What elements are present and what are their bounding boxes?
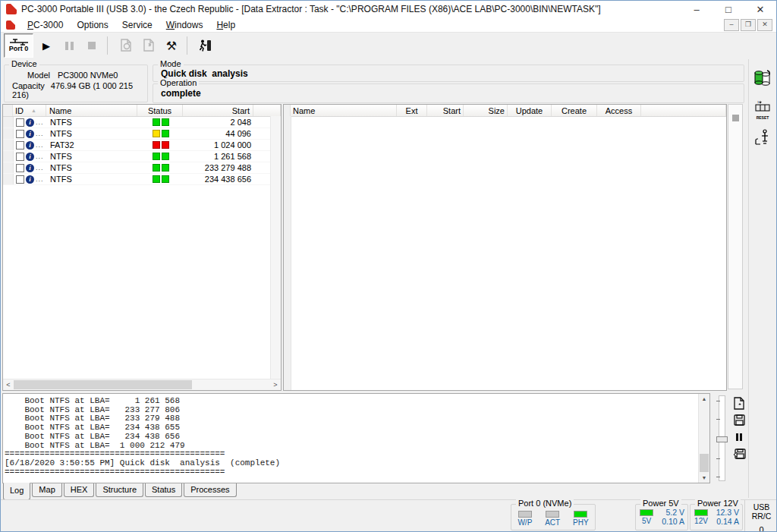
row-selector[interactable] — [3, 174, 14, 184]
close-button[interactable]: ✕ — [744, 1, 776, 17]
led-phy: PHY — [573, 511, 589, 527]
port-leds: W/PACTPHY — [511, 511, 595, 527]
scrollbar-thumb[interactable] — [700, 454, 709, 472]
column-header-size[interactable]: Size — [464, 105, 508, 116]
row-selector[interactable] — [3, 140, 14, 150]
tab-processes[interactable]: Processes — [184, 483, 236, 497]
row-selector[interactable] — [3, 128, 14, 139]
start-button[interactable]: ▶ — [36, 36, 56, 55]
reload-task-button[interactable] — [116, 36, 136, 55]
partition-row[interactable]: i...NTFS2 048 — [3, 117, 281, 128]
utilities-button[interactable]: ⚒ — [162, 36, 181, 55]
column-header-create[interactable]: Create — [552, 105, 597, 116]
info-icon[interactable]: i — [26, 118, 34, 127]
row-selector[interactable] — [3, 162, 14, 173]
window-controls: – □ ✕ — [681, 1, 776, 17]
column-header-status[interactable]: Status — [137, 105, 183, 116]
column-header-id[interactable]: ID▲ — [13, 105, 46, 116]
log-zoom-slider[interactable] — [715, 395, 727, 481]
menu-item-help[interactable]: Help — [209, 19, 242, 31]
slider-thumb[interactable] — [716, 436, 728, 442]
mdi-window-controls: – ❐ ✕ — [724, 19, 776, 31]
row-checkbox[interactable] — [16, 175, 24, 184]
menu-item-service[interactable]: Service — [115, 19, 159, 31]
row-checkbox[interactable] — [16, 164, 24, 172]
pause-button[interactable] — [59, 36, 79, 55]
data-copy-button[interactable] — [753, 68, 772, 91]
log-vertical-scrollbar[interactable]: ▲ ▼ — [698, 394, 709, 483]
device-capacity-row: Capacity476.94 GB (1 000 215 216) — [12, 81, 147, 99]
menu-item-pc3000[interactable]: PC-3000 — [20, 19, 70, 31]
port0-button[interactable]: Port 0 — [4, 33, 33, 58]
menu-item-options[interactable]: Options — [70, 19, 115, 31]
column-header-name[interactable]: Name — [291, 105, 397, 116]
info-icon[interactable]: i — [26, 130, 34, 138]
mdi-minimize-button[interactable]: – — [724, 19, 739, 31]
log-save-button[interactable] — [731, 413, 747, 427]
power5v-led-label: 5V — [640, 517, 653, 525]
minimize-button[interactable]: – — [681, 1, 713, 17]
exit-button[interactable] — [196, 36, 215, 55]
tab-structure[interactable]: Structure — [96, 483, 143, 497]
probe-button[interactable] — [753, 129, 772, 150]
info-icon[interactable]: i — [26, 175, 34, 184]
row-checkbox[interactable] — [16, 118, 24, 127]
mdi-close-button[interactable]: ✕ — [757, 19, 772, 31]
partition-row[interactable]: i...NTFS44 096 — [3, 128, 281, 140]
info-icon[interactable]: i — [26, 141, 34, 150]
led-label: PHY — [573, 518, 589, 527]
power5v-led — [640, 509, 653, 516]
scroll-left-icon[interactable]: < — [3, 381, 14, 389]
partition-row[interactable]: i...NTFS234 438 656 — [3, 174, 281, 185]
reset-icon-caption: RESET — [754, 116, 771, 120]
column-header-ext[interactable]: Ext — [397, 105, 427, 116]
map-navigator-strip[interactable] — [728, 104, 743, 389]
bottom-tabs: LogMapHEXStructureStatusProcesses — [3, 483, 237, 499]
row-checkbox[interactable] — [16, 130, 24, 138]
row-selector[interactable] — [3, 151, 14, 162]
log-export-button[interactable] — [731, 446, 747, 461]
reset-button[interactable]: 1 RESET — [754, 100, 771, 120]
maximize-button[interactable]: □ — [713, 1, 744, 17]
row-checkbox[interactable] — [16, 153, 24, 161]
partition-row[interactable]: i...NTFS233 279 488 — [3, 162, 281, 174]
info-icon[interactable]: i — [26, 153, 34, 161]
tab-hex[interactable]: HEX — [64, 483, 95, 497]
mdi-restore-button[interactable]: ❐ — [741, 19, 756, 31]
column-header-access[interactable]: Access — [597, 105, 641, 116]
task-settings-button[interactable] — [139, 36, 159, 55]
column-header-start[interactable]: Start — [183, 105, 253, 116]
toolbar-separator — [107, 36, 108, 55]
partition-start: 1 024 000 — [184, 140, 254, 150]
stop-button[interactable] — [82, 36, 102, 55]
scroll-up-icon[interactable]: ▲ — [699, 394, 709, 404]
partitions-vertical-scrollbar[interactable] — [270, 116, 281, 379]
scroll-right-icon[interactable]: > — [270, 381, 281, 389]
partition-row[interactable]: i...NTFS1 261 568 — [3, 151, 281, 162]
partition-start: 233 279 488 — [184, 163, 254, 172]
log-pause-button[interactable] — [731, 430, 747, 444]
tab-map[interactable]: Map — [32, 483, 61, 497]
status-square-yellow — [153, 130, 160, 137]
partition-row[interactable]: i...FAT321 024 000 — [3, 140, 281, 151]
info-icon[interactable]: i — [26, 164, 34, 172]
ellipsis-label: ... — [36, 130, 44, 137]
device-model-row: ModelPC3000 NVMe0 — [27, 71, 118, 80]
partitions-table-header: ID▲ Name Status Start — [3, 105, 281, 117]
scroll-down-icon[interactable]: ▼ — [699, 473, 709, 483]
column-header-start[interactable]: Start — [427, 105, 464, 116]
row-selector[interactable] — [3, 117, 14, 127]
partition-start: 234 438 656 — [184, 175, 254, 184]
log-new-button[interactable] — [731, 396, 747, 411]
partitions-horizontal-scrollbar[interactable]: < > — [3, 379, 281, 390]
navigator-thumb[interactable] — [732, 115, 739, 121]
column-header-name[interactable]: Name — [46, 105, 137, 116]
menu-item-windows[interactable]: Windows — [159, 19, 210, 31]
ellipsis-label: ... — [36, 164, 44, 172]
tab-status[interactable]: Status — [145, 483, 182, 497]
scrollbar-thumb[interactable] — [14, 380, 192, 389]
row-checkbox[interactable] — [16, 141, 24, 150]
column-header-update[interactable]: Update — [508, 105, 552, 116]
tab-log[interactable]: Log — [3, 483, 30, 500]
power12v-legend: Power 12V — [695, 499, 741, 508]
